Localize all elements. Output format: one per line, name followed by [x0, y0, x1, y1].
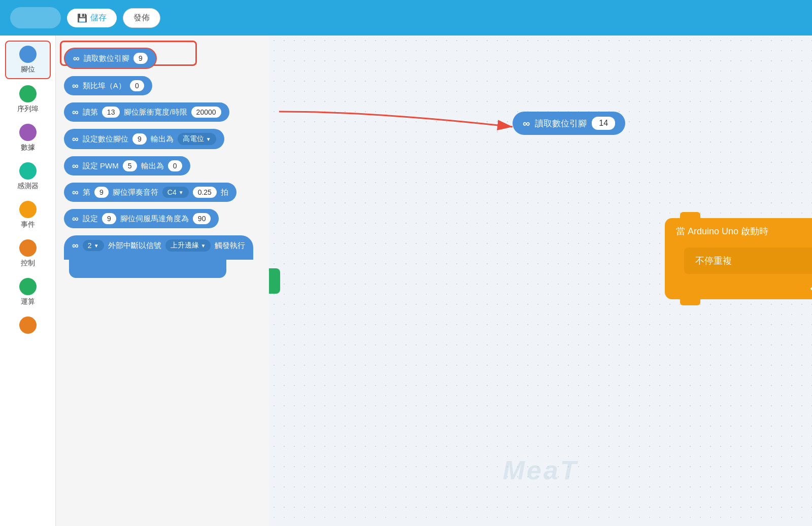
servo-value[interactable]: 90 — [193, 213, 211, 224]
read-pulse-block[interactable]: ∞ 讀第 13 腳位脈衝寬度/時限 20000 — [64, 102, 229, 122]
extra-icon — [19, 317, 37, 334]
analog-block[interactable]: ∞ 類比埠（A） 0 — [64, 76, 152, 95]
set-pwm-block[interactable]: ∞ 設定 PWM 5 輸出為 0 — [64, 156, 190, 176]
header: 💾 儲存 發佈 — [0, 0, 812, 36]
sidebar-item-sensor[interactable]: 感測器 — [5, 158, 51, 195]
sidebar-item-data[interactable]: 數據 — [5, 120, 51, 156]
sidebar-item-calc[interactable]: 運算 — [5, 274, 51, 310]
pwm-output: 輸出為 — [141, 161, 164, 171]
sidebar-item-serial[interactable]: 序列埠 — [5, 81, 51, 118]
calc-label: 運算 — [21, 297, 35, 306]
read-digital-block[interactable]: ∞ 讀取數位引腳 9 — [64, 48, 157, 69]
pulse-value[interactable]: 20000 — [191, 107, 221, 118]
blocks-panel: ∞ 讀取數位引腳 9 ∞ 類比埠（A） 0 ∞ 讀第 13 腳位脈衝寬度/時限 … — [56, 36, 269, 526]
canvas-read-value[interactable]: 14 — [592, 117, 615, 130]
arduino-body: 不停重複 — [665, 248, 812, 274]
save-icon: 💾 — [77, 13, 87, 23]
sensor-label: 感測器 — [17, 182, 39, 191]
data-label: 數據 — [21, 143, 35, 152]
save-label: 儲存 — [90, 13, 107, 23]
infinity-icon-4: ∞ — [72, 134, 79, 145]
calc-icon — [19, 278, 37, 295]
setdigital-state[interactable]: 高電位 — [178, 133, 216, 145]
sidebar-item-pin[interactable]: 腳位 — [5, 41, 51, 79]
set-digital-block[interactable]: ∞ 設定數位腳位 9 輸出為 高電位 — [64, 129, 224, 149]
save-button[interactable]: 💾 儲存 — [67, 9, 117, 27]
note-beats[interactable]: 0.25 — [193, 187, 217, 198]
interrupt-block-group: ∞ 2 外部中斷以信號 上升邊緣 觸發執行 — [64, 235, 261, 278]
publish-button[interactable]: 發佈 — [123, 8, 160, 28]
block-text: 讀取數位引腳 — [84, 54, 129, 63]
serial-icon — [19, 85, 37, 102]
arduino-repeat-text: 不停重複 — [695, 256, 732, 266]
pwm-value[interactable]: 0 — [168, 160, 182, 171]
pwm-pin[interactable]: 5 — [123, 160, 137, 171]
main-layout: 腳位 序列埠 數據 感測器 事件 控制 運算 — [0, 36, 812, 526]
servo-text: 設定 — [83, 214, 98, 224]
interrupt-block[interactable]: ∞ 2 外部中斷以信號 上升邊緣 觸發執行 — [64, 235, 253, 260]
infinity-icon: ∞ — [73, 53, 80, 64]
event-icon — [19, 201, 37, 218]
analog-value[interactable]: 0 — [130, 80, 144, 91]
canvas-area: ∞ 讀取數位引腳 14 當 Arduino Uno 啟動時 不停重複 ↵ Mea… — [269, 36, 812, 526]
interrupt-pin[interactable]: 2 — [83, 240, 104, 251]
infinity-icon-2: ∞ — [72, 81, 79, 91]
canvas-read-text: 讀取數位引腳 — [535, 118, 587, 129]
pwm-text: 設定 PWM — [83, 161, 119, 171]
serial-label: 序列埠 — [17, 104, 39, 114]
pin-label: 腳位 — [21, 65, 35, 74]
return-icon: ↵ — [810, 282, 812, 295]
infinity-icon-6: ∞ — [72, 187, 79, 198]
servo-label: 腳位伺服馬達角度為 — [120, 214, 189, 224]
note-label: 腳位彈奏音符 — [113, 188, 158, 197]
data-icon — [19, 124, 37, 141]
publish-label: 發佈 — [133, 13, 150, 23]
play-note-block[interactable]: ∞ 第 9 腳位彈奏音符 C4 0.25 拍 — [64, 183, 236, 202]
event-label: 事件 — [21, 220, 35, 229]
servo-block[interactable]: ∞ 設定 9 腳位伺服馬達角度為 90 — [64, 209, 219, 228]
sidebar-item-extra[interactable] — [5, 312, 51, 338]
infinity-icon-3: ∞ — [72, 107, 79, 118]
setdigital-output: 輸出為 — [151, 134, 174, 144]
sidebar-item-event[interactable]: 事件 — [5, 197, 51, 233]
sidebar: 腳位 序列埠 數據 感測器 事件 控制 運算 — [0, 36, 56, 526]
note-note[interactable]: C4 — [162, 187, 189, 198]
arduino-repeat: 不停重複 — [684, 248, 812, 274]
setdigital-text: 設定數位腳位 — [83, 134, 128, 144]
logo-area — [10, 7, 61, 28]
control-icon — [19, 239, 37, 257]
sensor-icon — [19, 162, 37, 180]
note-beats-label: 拍 — [221, 188, 228, 197]
pulse-pin[interactable]: 13 — [102, 107, 120, 118]
left-tab[interactable] — [269, 268, 280, 294]
arduino-header-text: 當 Arduino Uno 啟動時 — [676, 226, 768, 236]
canvas-block-inner: ∞ 讀取數位引腳 14 — [513, 112, 625, 135]
interrupt-body — [69, 260, 226, 278]
analog-text: 類比埠（A） — [83, 81, 126, 91]
setdigital-pin[interactable]: 9 — [132, 133, 147, 145]
meat-watermark: MeaT — [503, 455, 579, 485]
arduino-event-block[interactable]: 當 Arduino Uno 啟動時 不停重複 ↵ — [665, 218, 812, 299]
block-value[interactable]: 9 — [133, 53, 148, 64]
servo-pin[interactable]: 9 — [102, 213, 116, 224]
interrupt-label: 外部中斷以信號 — [108, 241, 161, 251]
interrupt-edge[interactable]: 上升邊緣 — [165, 239, 211, 252]
interrupt-action: 觸發執行 — [215, 241, 245, 251]
sidebar-item-control[interactable]: 控制 — [5, 235, 51, 272]
note-pin[interactable]: 9 — [94, 187, 109, 198]
pulse-text: 讀第 — [83, 108, 98, 117]
canvas-read-digital-block[interactable]: ∞ 讀取數位引腳 14 — [513, 112, 625, 135]
infinity-icon-5: ∞ — [72, 161, 79, 171]
control-label: 控制 — [21, 259, 35, 268]
pulse-label: 腳位脈衝寬度/時限 — [124, 108, 187, 117]
pin-icon — [19, 46, 37, 63]
arduino-header: 當 Arduino Uno 啟動時 — [665, 218, 812, 248]
infinity-icon-8: ∞ — [72, 240, 79, 251]
arduino-footer: ↵ — [665, 274, 812, 299]
canvas-infinity: ∞ — [523, 118, 530, 129]
note-text: 第 — [83, 188, 90, 197]
infinity-icon-7: ∞ — [72, 214, 79, 224]
